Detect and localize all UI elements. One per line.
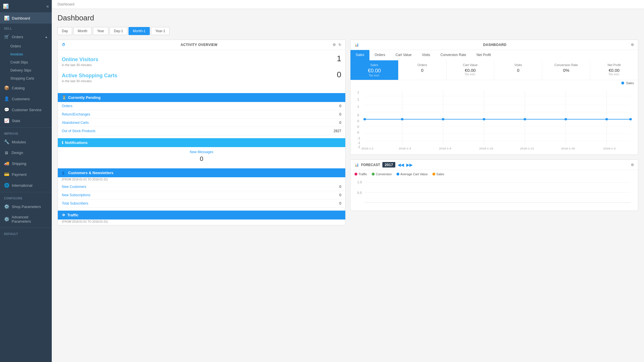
legend-avg-cart-label: Average Cart Value xyxy=(400,172,428,176)
pending-carts-row: Abandoned Carts 0 xyxy=(58,119,345,127)
sidebar-customer-service-label: Customer Service xyxy=(12,108,41,112)
sidebar-sub-invoices[interactable]: Invoices xyxy=(0,50,52,58)
stat-sales-sub: Tax excl. xyxy=(353,74,396,77)
page-content: Dashboard Day Month Year Day-1 Month-1 Y… xyxy=(52,9,644,362)
pending-returns-link[interactable]: Return/Exchanges xyxy=(62,112,90,116)
activity-refresh-icon[interactable]: ↻ xyxy=(338,43,341,47)
sidebar-item-stats[interactable]: 📈 Stats xyxy=(0,115,52,126)
sidebar-item-label: Dashboard xyxy=(12,16,30,20)
tab-orders[interactable]: Orders xyxy=(369,50,390,60)
sidebar-section-configure: CONFIGURE xyxy=(0,193,52,201)
activity-overview-header: ⏱ ACTIVITY OVERVIEW ⚙ ↻ xyxy=(58,40,345,50)
cnl-new-subscriptions-row: New Subscriptions 0 xyxy=(58,191,345,199)
pending-returns-row: Return/Exchanges 0 xyxy=(58,110,345,119)
svg-text:-1: -1 xyxy=(357,145,360,149)
forecast-next-button[interactable]: ▶▶ xyxy=(406,163,413,167)
notifications-count: 0 xyxy=(200,155,203,163)
page-title: Dashboard xyxy=(57,14,638,22)
cnl-new-subscriptions-link[interactable]: New Subscriptions xyxy=(62,193,90,197)
sidebar-orders-label: Orders xyxy=(12,35,23,39)
svg-text:0.5: 0.5 xyxy=(357,191,362,195)
tab-sales[interactable]: Sales xyxy=(350,50,369,60)
activity-gear-icon[interactable]: ⚙ xyxy=(333,43,336,47)
forecast-prev-button[interactable]: ◀◀ xyxy=(398,163,404,167)
tab-day-1[interactable]: Day-1 xyxy=(110,27,127,35)
svg-point-27 xyxy=(483,118,485,120)
pending-orders-link[interactable]: Orders xyxy=(62,104,72,108)
cnl-total-subscribers-link[interactable]: Total Subscribers xyxy=(62,201,88,205)
modules-icon: 🔧 xyxy=(4,139,9,145)
activity-overview-title: ACTIVITY OVERVIEW xyxy=(181,43,217,47)
sidebar-sub-delivery-slips[interactable]: Delivery Slips xyxy=(0,66,52,74)
active-carts-label: Active Shopping Carts xyxy=(62,73,117,79)
sidebar-item-customer-service[interactable]: 💬 Customer Service xyxy=(0,104,52,115)
sidebar-item-payment[interactable]: 💳 Payment xyxy=(0,169,52,180)
svg-text:2018-1-3: 2018-1-3 xyxy=(399,147,411,150)
pending-carts-link[interactable]: Abandoned Carts xyxy=(62,121,89,125)
dashboard-panel-icons: ⚙ xyxy=(631,43,634,47)
pending-returns-value: 0 xyxy=(339,112,341,116)
stats-values-row: Sales €0.00 Tax excl. Orders 0 Cart Valu… xyxy=(350,60,638,80)
tab-cart-value[interactable]: Cart Value xyxy=(390,50,417,60)
sidebar-item-design[interactable]: 🖥 Design xyxy=(0,147,52,158)
sidebar-sub-credit-slips[interactable]: Credit Slips xyxy=(0,58,52,66)
sidebar-sub-orders[interactable]: Orders xyxy=(0,42,52,50)
notifications-body: New Messages 0 xyxy=(58,147,345,165)
svg-text:0: 0 xyxy=(357,114,359,117)
svg-text:2018-1-3: 2018-1-3 xyxy=(603,147,616,150)
cnl-new-customers-link[interactable]: New Customers xyxy=(62,185,86,189)
sidebar-item-modules[interactable]: 🔧 Modules xyxy=(0,136,52,147)
forecast-header: 📊 FORECAST 2017 ◀◀ ▶▶ ⚙ xyxy=(350,160,638,170)
dashboard-panel-header: 📊 DASHBOARD ⚙ xyxy=(350,40,638,50)
dashboard-gear-icon[interactable]: ⚙ xyxy=(631,43,634,47)
tab-conversion-rate[interactable]: Conversion Rate xyxy=(435,50,471,60)
forecast-gear-icon[interactable]: ⚙ xyxy=(631,163,634,167)
stat-net-profit-value: €0.00 xyxy=(593,68,636,73)
pending-stock-link[interactable]: Out of Stock Products xyxy=(62,129,95,133)
dashboard-panel-title: DASHBOARD xyxy=(483,43,506,47)
sidebar-item-shipping[interactable]: 🚚 Shipping xyxy=(0,158,52,169)
svg-text:1: 1 xyxy=(357,98,359,101)
tab-day[interactable]: Day xyxy=(57,27,72,35)
legend-traffic-label: Traffic xyxy=(359,172,367,176)
traffic-section-bar: ⭘ Traffic xyxy=(58,211,345,219)
cnl-section-bar: 👥 Customers & Newsletters xyxy=(58,168,345,177)
new-messages-link[interactable]: New Messages xyxy=(190,150,213,154)
legend-conversion: Conversion xyxy=(372,172,392,176)
sidebar-sub-shopping-carts[interactable]: Shopping Carts xyxy=(0,74,52,82)
svg-text:2018-1-26: 2018-1-26 xyxy=(561,147,575,150)
traffic-icon: ⭘ xyxy=(62,213,66,217)
legend-label-sales: Sales xyxy=(626,81,634,85)
tab-net-profit[interactable]: Net Profit xyxy=(471,50,496,60)
sidebar-item-dashboard[interactable]: 📊 Dashboard xyxy=(0,13,52,24)
pending-stock-row: Out of Stock Products 2827 xyxy=(58,127,345,135)
svg-text:0: 0 xyxy=(357,125,359,128)
sidebar-collapse-button[interactable]: « xyxy=(46,4,49,9)
pending-orders-row: Orders 0 xyxy=(58,102,345,110)
sidebar-item-catalog[interactable]: 📦 Catalog xyxy=(0,82,52,93)
sidebar-item-advanced-parameters[interactable]: ⚙️ Advanced Parameters xyxy=(0,212,52,226)
shipping-icon: 🚚 xyxy=(4,161,9,166)
tab-year[interactable]: Year xyxy=(93,27,108,35)
svg-point-31 xyxy=(629,118,632,120)
svg-text:2018-1-1: 2018-1-1 xyxy=(361,147,374,150)
sidebar-item-shop-parameters[interactable]: ⚙️ Shop Parameters xyxy=(0,201,52,212)
tab-year-1[interactable]: Year-1 xyxy=(151,27,170,35)
sidebar-item-international[interactable]: 🌐 International xyxy=(0,180,52,191)
tab-month[interactable]: Month xyxy=(73,27,91,35)
stat-sales: Sales €0.00 Tax excl. xyxy=(350,60,398,80)
chart-icon: 📊 xyxy=(354,43,359,47)
catalog-icon: 📦 xyxy=(4,85,9,90)
svg-text:2018-1-9: 2018-1-9 xyxy=(439,147,451,150)
notifications-section-title: Notifications xyxy=(65,140,88,145)
chart-legend: Sales xyxy=(350,80,638,85)
date-filter-tabs: Day Month Year Day-1 Month-1 Year-1 xyxy=(57,27,638,35)
svg-text:0: 0 xyxy=(357,120,359,123)
cnl-section-title: Customers & Newsletters xyxy=(68,171,114,175)
online-visitors-label: Online Visitors xyxy=(62,57,98,63)
sidebar-item-orders[interactable]: 🛒 Orders ▲ xyxy=(0,31,52,42)
tab-month-1[interactable]: Month-1 xyxy=(129,27,150,35)
legend-forecast-sales: Sales xyxy=(432,172,444,176)
tab-visits[interactable]: Visits xyxy=(417,50,435,60)
sidebar-item-customers[interactable]: 👤 Customers xyxy=(0,93,52,104)
